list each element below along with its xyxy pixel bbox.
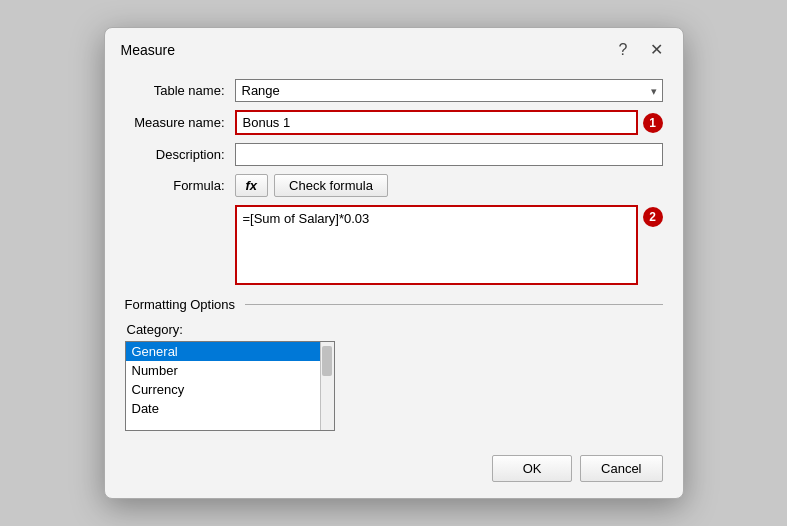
cancel-button[interactable]: Cancel: [580, 455, 662, 482]
scrollbar-thumb[interactable]: [322, 346, 332, 376]
table-name-select[interactable]: Range: [235, 79, 663, 102]
category-list[interactable]: General Number Currency Date: [126, 342, 320, 430]
table-name-label: Table name:: [125, 83, 235, 98]
check-formula-button[interactable]: Check formula: [274, 174, 388, 197]
table-name-row: Table name: Range ▾: [125, 79, 663, 102]
formula-text-area-wrapper: 2: [235, 205, 663, 285]
category-item-currency[interactable]: Currency: [126, 380, 320, 399]
scrollbar-track: [320, 342, 334, 430]
title-bar: Measure ? ✕: [105, 28, 683, 69]
table-name-select-wrapper: Range ▾: [235, 79, 663, 102]
measure-name-input[interactable]: [235, 110, 638, 135]
description-input[interactable]: [235, 143, 663, 166]
measure-name-badge: 1: [643, 113, 663, 133]
category-item-number[interactable]: Number: [126, 361, 320, 380]
category-label: Category:: [125, 322, 663, 337]
title-bar-controls: ? ✕: [615, 38, 669, 61]
formula-text-area[interactable]: [235, 205, 638, 285]
formula-badge: 2: [643, 207, 663, 227]
category-item-general[interactable]: General: [126, 342, 320, 361]
description-row: Description:: [125, 143, 663, 166]
fx-button[interactable]: fx: [235, 174, 269, 197]
measure-name-input-wrapper: 1: [235, 110, 663, 135]
section-divider-line: [245, 304, 662, 305]
dialog-title: Measure: [121, 42, 175, 58]
formatting-options-section: Formatting Options: [125, 297, 663, 312]
category-list-wrapper: General Number Currency Date: [125, 341, 335, 431]
ok-button[interactable]: OK: [492, 455, 572, 482]
dialog-body: Table name: Range ▾ Measure name: 1 Desc…: [105, 69, 683, 445]
category-item-date[interactable]: Date: [126, 399, 320, 418]
formula-label: Formula:: [125, 178, 235, 193]
close-button[interactable]: ✕: [644, 38, 669, 61]
measure-name-row: Measure name: 1: [125, 110, 663, 135]
description-label: Description:: [125, 147, 235, 162]
measure-name-label: Measure name:: [125, 115, 235, 130]
help-button[interactable]: ?: [615, 39, 632, 61]
formula-row: Formula: fx Check formula: [125, 174, 663, 197]
formatting-options-title: Formatting Options: [125, 297, 236, 312]
measure-dialog: Measure ? ✕ Table name: Range ▾ Measure …: [104, 27, 684, 499]
dialog-footer: OK Cancel: [105, 445, 683, 498]
